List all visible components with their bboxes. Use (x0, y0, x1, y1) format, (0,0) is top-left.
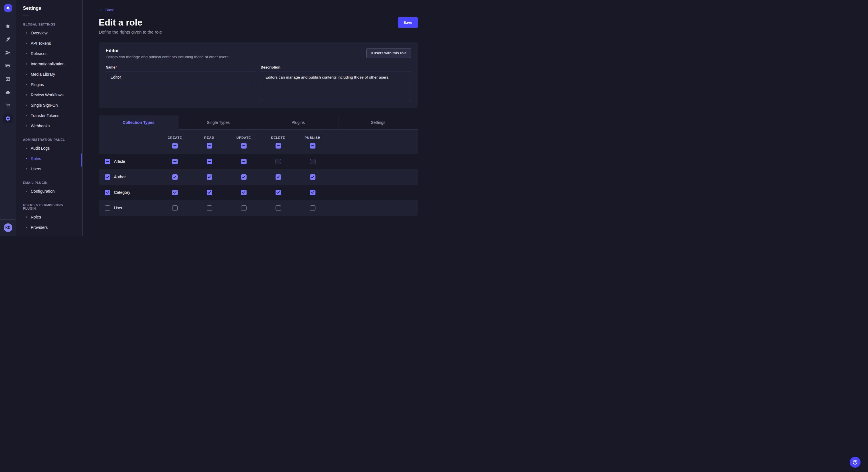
nav-item-images[interactable] (3, 61, 13, 71)
bullet-icon (26, 191, 27, 192)
user-delete-checkbox[interactable] (276, 205, 281, 211)
article-create-checkbox[interactable] (172, 159, 178, 164)
sidebar-item-single-sign-on[interactable]: Single Sign-On (16, 100, 82, 110)
article-delete-checkbox[interactable] (276, 159, 281, 164)
author-create-checkbox[interactable] (172, 174, 178, 180)
sidebar-item-label: Webhooks (31, 124, 50, 128)
select-all-publish-checkbox[interactable] (310, 143, 315, 148)
category-create-checkbox[interactable] (172, 190, 178, 195)
permission-cell (261, 174, 296, 180)
tab-settings[interactable]: Settings (338, 115, 418, 130)
nav-item-home[interactable] (3, 21, 13, 31)
required-asterisk: * (116, 65, 117, 69)
users-with-role-badge[interactable]: 0 users with this role (366, 48, 411, 58)
article-publish-checkbox[interactable] (310, 159, 315, 164)
category-read-checkbox[interactable] (207, 190, 212, 195)
category-delete-checkbox[interactable] (276, 190, 281, 195)
subnav-item-list: Audit LogsRolesUsers (16, 143, 82, 174)
sidebar-item-roles[interactable]: Roles (16, 154, 82, 164)
nav-item-gear[interactable] (3, 113, 13, 123)
sidebar-item-label: Audit Logs (31, 146, 50, 150)
user-publish-checkbox[interactable] (310, 205, 315, 211)
nav-item-feather[interactable] (3, 34, 13, 44)
role-title: Editor (105, 48, 229, 53)
row-label: Article (114, 159, 125, 164)
permission-cell (261, 159, 296, 164)
author-read-checkbox[interactable] (207, 174, 212, 180)
tab-collection-types[interactable]: Collection Types (99, 115, 179, 130)
permission-cell (226, 205, 261, 211)
sidebar-item-review-workflows[interactable]: Review Workflows (16, 90, 82, 100)
name-label-text: Name (105, 65, 115, 69)
sidebar-item-internationalization[interactable]: Internationalization (16, 59, 82, 69)
sidebar-item-media-library[interactable]: Media Library (16, 69, 82, 79)
select-all-read-checkbox[interactable] (207, 143, 212, 148)
back-link[interactable]: ← Back (99, 8, 114, 12)
select-all-update-checkbox[interactable] (241, 143, 247, 148)
role-card-titles: Editor Editors can manage and publish co… (105, 48, 229, 59)
main-content: ← Back Edit a role Save Define the right… (83, 0, 434, 236)
permissions-tabs: Collection TypesSingle TypesPluginsSetti… (99, 115, 418, 130)
scrollbar-thumb[interactable] (81, 154, 82, 167)
sidebar-item-plugins[interactable]: Plugins (16, 79, 82, 90)
sidebar-item-configuration[interactable]: Configuration (16, 186, 82, 196)
strapi-logo[interactable] (4, 4, 12, 12)
subnav-item-list: Configuration (16, 186, 82, 196)
sidebar-item-releases[interactable]: Releases (16, 48, 82, 59)
role-description-text: Editors can manage and publish contents … (105, 55, 229, 59)
user-read-checkbox[interactable] (207, 205, 212, 211)
avatar[interactable]: KD (4, 224, 12, 232)
check-icon (276, 191, 280, 194)
article-read-checkbox[interactable] (207, 159, 212, 164)
sidebar-item-label: Configuration (31, 189, 55, 194)
subnav-section: EMAIL PLUGINConfiguration (16, 181, 82, 196)
title-row: Edit a role Save (99, 17, 418, 28)
tab-single-types[interactable]: Single Types (179, 115, 258, 130)
sidebar-item-audit-logs[interactable]: Audit Logs (16, 143, 82, 154)
row-article-checkbox[interactable] (105, 159, 110, 164)
sidebar-item-providers[interactable]: Providers (16, 222, 82, 233)
indeterminate-dash-icon (277, 145, 280, 146)
row-category-checkbox[interactable] (105, 190, 110, 195)
sidebar-item-transfer-tokens[interactable]: Transfer Tokens (16, 110, 82, 121)
article-update-checkbox[interactable] (241, 159, 247, 164)
sidebar-item-users[interactable]: Users (16, 164, 82, 174)
user-create-checkbox[interactable] (172, 205, 178, 211)
sidebar-item-label: Plugins (31, 82, 44, 87)
indeterminate-dash-icon (174, 161, 177, 162)
author-update-checkbox[interactable] (241, 174, 247, 180)
author-delete-checkbox[interactable] (276, 174, 281, 180)
row-author-checkbox[interactable] (105, 174, 110, 180)
sidebar-item-label: API Tokens (31, 41, 51, 45)
select-all-delete-checkbox[interactable] (276, 143, 281, 148)
check-icon (242, 175, 245, 179)
description-textarea[interactable]: Editors can manage and publish contents … (260, 71, 411, 101)
row-user-checkbox[interactable] (105, 205, 110, 211)
indeterminate-dash-icon (106, 161, 109, 162)
sidebar-item-label: Transfer Tokens (31, 113, 59, 118)
row-head: Article (99, 159, 158, 164)
nav-item-cloud[interactable] (3, 87, 13, 97)
subnav-section: ADMINISTRATION PANELAudit LogsRolesUsers (16, 138, 82, 174)
sidebar-item-webhooks[interactable]: Webhooks (16, 121, 82, 131)
sidebar-item-api-tokens[interactable]: API Tokens (16, 38, 82, 48)
user-update-checkbox[interactable] (241, 205, 247, 211)
select-all-create-checkbox[interactable] (172, 143, 178, 148)
nav-item-paper-plane[interactable] (3, 47, 13, 57)
row-head: Category (99, 190, 158, 195)
sidebar-item-roles[interactable]: Roles (16, 212, 82, 222)
check-icon (311, 191, 314, 194)
save-button[interactable]: Save (398, 17, 418, 28)
permission-cell (226, 190, 261, 195)
subnav-section: USERS & PERMISSIONS PLUGINRolesProviders (16, 203, 82, 233)
category-publish-checkbox[interactable] (310, 190, 315, 195)
nav-item-cart[interactable] (3, 100, 13, 110)
author-publish-checkbox[interactable] (310, 174, 315, 180)
permission-cell (261, 190, 296, 195)
nav-item-layout[interactable] (3, 74, 13, 84)
column-header-publish: PUBLISH (296, 136, 330, 139)
tab-plugins[interactable]: Plugins (258, 115, 338, 130)
category-update-checkbox[interactable] (241, 190, 247, 195)
name-input[interactable] (105, 71, 256, 83)
sidebar-item-overview[interactable]: Overview (16, 28, 82, 38)
